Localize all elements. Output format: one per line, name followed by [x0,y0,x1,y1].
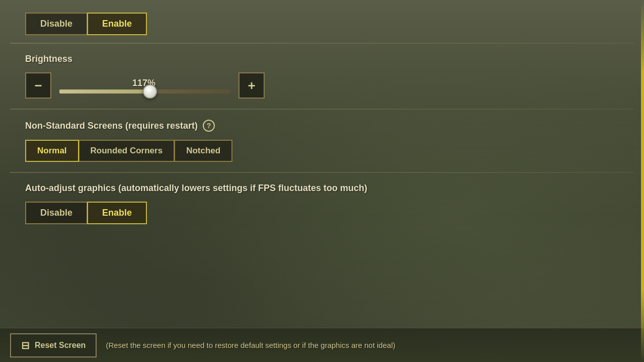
brightness-minus-button[interactable]: − [25,72,51,99]
brightness-slider-track [59,89,230,94]
brightness-row: − 117% + [25,72,619,99]
top-enable-button[interactable]: Enable [87,13,147,35]
top-disable-button[interactable]: Disable [25,13,87,35]
help-icon[interactable]: ? [203,120,215,132]
non-standard-section: Non-Standard Screens (requires restart) … [10,110,634,172]
screen-normal-button[interactable]: Normal [25,140,79,162]
brightness-section: Brightness − 117% + [10,44,634,109]
non-standard-label: Non-Standard Screens (requires restart) [25,121,198,131]
main-container: Disable Enable Brightness − 117% + Non-S… [0,0,644,362]
non-standard-label-row: Non-Standard Screens (requires restart) … [25,120,619,132]
top-toggle-section: Disable Enable [10,5,634,43]
auto-adjust-label: Auto-adjust graphics (automatically lowe… [25,183,619,194]
right-accent-bar [641,0,644,362]
auto-adjust-section: Auto-adjust graphics (automatically lowe… [10,173,634,234]
auto-adjust-disable-button[interactable]: Disable [25,202,87,224]
screen-rounded-button[interactable]: Rounded Corners [79,140,175,162]
auto-adjust-enable-button[interactable]: Enable [87,202,147,224]
brightness-slider-thumb[interactable] [143,84,157,99]
auto-adjust-button-group: Disable Enable [25,202,619,224]
screen-notched-button[interactable]: Notched [175,140,232,162]
brightness-label: Brightness [25,54,619,64]
top-button-group: Disable Enable [25,13,147,35]
screen-type-button-group: Normal Rounded Corners Notched [25,140,619,162]
brightness-plus-button[interactable]: + [238,72,265,99]
brightness-slider-container[interactable]: 117% [59,72,230,99]
